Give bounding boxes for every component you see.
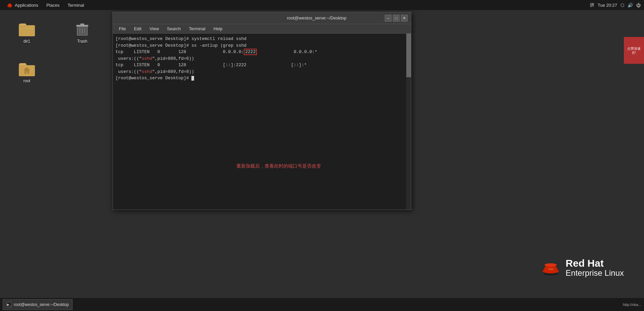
- desktop-icon-trash[interactable]: Trash: [69, 20, 96, 44]
- term-menu-terminal[interactable]: Terminal: [186, 26, 209, 32]
- close-button[interactable]: ✕: [401, 15, 408, 21]
- svg-rect-2: [19, 25, 35, 36]
- terminal-window: root@westos_serve:~/Desktop – □ ✕ File E…: [112, 12, 411, 210]
- keyboard-layout-icon: 拼: [590, 2, 594, 8]
- taskbar-url-hint: http://nba...: [623, 303, 641, 307]
- desktop-icon-root[interactable]: root: [13, 60, 40, 83]
- svg-rect-3: [20, 28, 34, 29]
- desktop-icon-dir1[interactable]: dir1: [13, 20, 40, 44]
- redhat-logo: Red Hat Enterprise Linux: [541, 258, 624, 277]
- places-menu[interactable]: Places: [42, 0, 63, 10]
- term-line-4: users:(("sshd",pid=889,fd=6)): [116, 55, 408, 62]
- desktop: dir1 Trash r: [0, 10, 644, 298]
- sshd-red-2: sshd: [142, 69, 152, 74]
- term-line-1: [root@westos_serve Desktop]# systemctl r…: [116, 36, 408, 42]
- side-widget-number: 87: [632, 51, 636, 55]
- redhat-text: Red Hat Enterprise Linux: [566, 258, 624, 277]
- side-widget[interactable]: 点赞加速 87: [624, 37, 644, 64]
- maximize-button[interactable]: □: [393, 15, 400, 21]
- term-menu-view[interactable]: View: [146, 26, 162, 32]
- port-highlight: 2222: [244, 49, 257, 55]
- redhat-logo-icon: [7, 2, 13, 8]
- network-icon: ⬡: [620, 3, 624, 8]
- side-widget-text: 点赞加速: [627, 46, 641, 51]
- svg-rect-14: [26, 72, 28, 74]
- top-menubar: Applications Places Terminal 拼 Tue 20:27…: [0, 0, 644, 10]
- term-line-7: [root@westos_serve Desktop]#: [116, 75, 408, 82]
- taskbar-terminal-icon: ▶_: [6, 302, 12, 307]
- term-menu-help[interactable]: Help: [210, 26, 226, 32]
- taskbar-terminal-item[interactable]: ▶_ root@westos_serve:~/Desktop: [3, 299, 73, 310]
- home-folder-icon: [18, 60, 36, 77]
- minimize-button[interactable]: –: [385, 15, 392, 21]
- annotation-text: 重新加载后，查看此时的端口号是否改变: [236, 163, 321, 169]
- terminal-scrollbar[interactable]: [406, 34, 411, 210]
- terminal-menubar: File Edit View Search Terminal Help: [113, 24, 411, 34]
- volume-icon: 🔊: [628, 3, 633, 8]
- term-line-2: [root@westos_serve Desktop]# ss -antlup …: [116, 42, 408, 49]
- terminal-menu[interactable]: Terminal: [63, 0, 88, 10]
- terminal-body[interactable]: [root@westos_serve Desktop]# systemctl r…: [113, 34, 411, 210]
- svg-rect-7: [80, 24, 84, 25]
- folder-icon: [18, 20, 36, 38]
- sshd-red-1: sshd: [142, 56, 152, 61]
- terminal-title: root@westos_serve:~/Desktop: [250, 15, 383, 20]
- trash-icon: [74, 20, 91, 38]
- taskbar-item-label: root@westos_serve:~/Desktop: [14, 302, 69, 307]
- term-line-5: tcp LISTEN 0 128 [::]:2222 [::]:*: [116, 62, 408, 69]
- applications-menu[interactable]: Applications: [3, 0, 42, 10]
- term-menu-file[interactable]: File: [116, 26, 129, 32]
- taskbar-right: http://nba...: [623, 298, 644, 311]
- datetime-display: Tue 20:27: [598, 3, 617, 8]
- term-line-6: users:(("sshd",pid=889,fd=8)): [116, 69, 408, 75]
- term-line-3: tcp LISTEN 0 128 0.0.0.0:2222 0.0.0.0:*: [116, 49, 408, 55]
- terminal-cursor: [191, 76, 194, 81]
- terminal-titlebar: root@westos_serve:~/Desktop – □ ✕: [113, 12, 411, 24]
- svg-point-17: [545, 263, 557, 267]
- power-icon[interactable]: ⏻: [636, 3, 641, 8]
- term-menu-search[interactable]: Search: [164, 26, 184, 32]
- redhat-hat-icon: [541, 259, 561, 276]
- taskbar: ▶_ root@westos_serve:~/Desktop http://nb…: [0, 298, 644, 311]
- term-menu-edit[interactable]: Edit: [131, 26, 145, 32]
- scrollbar-thumb[interactable]: [406, 34, 411, 77]
